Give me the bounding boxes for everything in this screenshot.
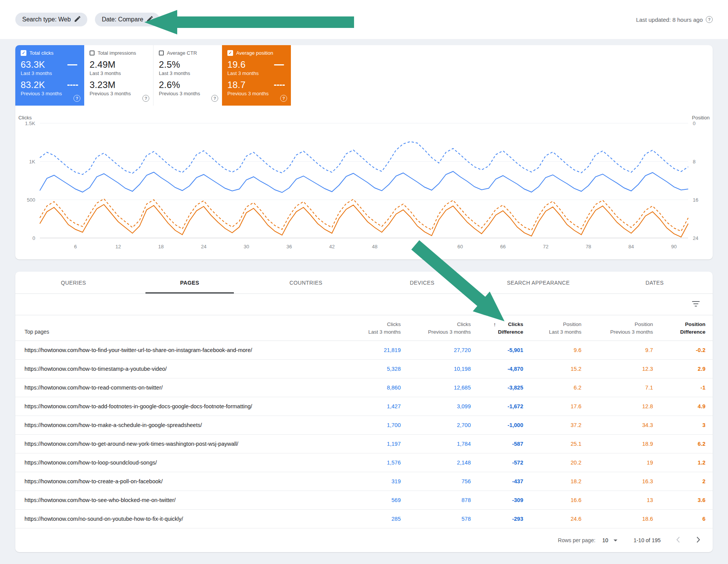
table-row[interactable]: https://howtonow.com/no-sound-on-youtube… [15,510,713,528]
position-previous: 12.3 [581,360,653,378]
checkbox-checked-icon[interactable]: ✓ [21,50,26,56]
column-header-position-previous[interactable]: Position Previous 3 months [581,315,653,341]
page-url[interactable]: https://howtonow.com/how-to-see-who-bloc… [15,491,331,510]
column-header-position-difference[interactable]: Position Difference [653,315,713,341]
metric-value-current: 63.3K [21,59,45,70]
position-previous: 18.6 [581,510,653,528]
card-average-position[interactable]: ✓ Average position 19.6 Last 3 months 18… [222,45,291,106]
card-total-clicks[interactable]: ✓ Total clicks 63.3K Last 3 months 83.2K… [15,45,84,106]
position-previous: 18.9 [581,435,653,453]
clicks-previous: 10,198 [401,360,471,378]
clicks-previous: 27,720 [401,341,471,360]
help-icon[interactable]: ? [142,95,149,102]
clicks-last: 5,328 [331,360,401,378]
metric-value-current: 2.49M [90,59,116,70]
position-previous: 13 [581,491,653,510]
page-url[interactable]: https://howtonow.com/how-to-loop-soundcl… [15,453,331,472]
page-url[interactable]: https://howtonow.com/how-to-find-your-tw… [15,341,331,360]
date-range-chip-label: Date: Compare [102,16,144,23]
card-average-ctr[interactable]: Average CTR 2.5% Last 3 months 2.6% Prev… [153,45,222,106]
line-chart: ClicksPosition1.5K01K8500160246121824303… [15,113,713,256]
metric-caption: Previous 3 months [90,91,148,96]
table-row[interactable]: https://howtonow.com/how-to-timestamp-a-… [15,360,713,378]
page-url[interactable]: https://howtonow.com/how-to-create-a-pol… [15,472,331,491]
date-range-chip[interactable]: Date: Compare [95,13,160,26]
position-difference: 1.2 [653,453,713,472]
metric-caption: Last 3 months [227,70,286,76]
help-icon[interactable]: ? [73,95,80,102]
page-url[interactable]: https://howtonow.com/how-to-read-comment… [15,378,331,397]
clicks-difference: -5,901 [471,341,523,360]
tab-countries[interactable]: COUNTRIES [248,272,364,293]
clicks-difference: -3,825 [471,378,523,397]
card-label: Average CTR [167,50,197,56]
axis-label: 90 [671,244,677,249]
next-page-icon[interactable] [695,535,702,546]
tab-search-appearance[interactable]: SEARCH APPEARANCE [480,272,597,293]
checkbox-unchecked-icon[interactable] [159,51,164,55]
pagination-range: 1-10 of 195 [633,537,661,543]
table-row[interactable]: https://howtonow.com/how-to-make-a-sched… [15,416,713,435]
table-row[interactable]: https://howtonow.com/how-to-add-footnote… [15,397,713,416]
performance-chart: ClicksPosition1.5K01K8500160246121824303… [15,113,713,256]
axis-label: 72 [543,244,548,249]
column-header-position-last[interactable]: Position Last 3 months [523,315,581,341]
table-toolbar [15,294,713,315]
clicks-difference: -437 [471,472,523,491]
clicks-last: 21,819 [331,341,401,360]
checkbox-checked-icon[interactable]: ✓ [227,50,233,56]
position-last: 24.6 [523,510,581,528]
position-last: 16.6 [523,491,581,510]
edit-pencil-icon [75,16,80,23]
clicks-difference: -572 [471,453,523,472]
page-url[interactable]: https://howtonow.com/how-to-timestamp-a-… [15,360,331,378]
tab-dates[interactable]: DATES [596,272,713,293]
card-label: Total impressions [98,50,136,56]
column-header-clicks-previous[interactable]: Clicks Previous 3 months [401,315,471,341]
table-row[interactable]: https://howtonow.com/how-to-get-around-n… [15,435,713,453]
card-total-impressions[interactable]: Total impressions 2.49M Last 3 months 3.… [84,45,153,106]
rows-per-page-label: Rows per page: [558,537,596,543]
help-icon[interactable]: ? [706,16,713,23]
table-row[interactable]: https://howtonow.com/how-to-create-a-pol… [15,472,713,491]
help-icon[interactable]: ? [211,95,218,102]
axis-label: 42 [329,244,335,249]
help-icon[interactable]: ? [280,95,287,102]
column-header-clicks-last[interactable]: Clicks Last 3 months [331,315,401,341]
clicks-previous: 2,700 [401,416,471,435]
filter-icon[interactable] [690,298,702,310]
page-url[interactable]: https://howtonow.com/how-to-add-footnote… [15,397,331,416]
top-pages-table: Top pages Clicks Last 3 months Clicks Pr… [15,315,713,528]
rows-per-page-select[interactable]: 10 [600,537,620,544]
column-header-clicks-difference[interactable]: ↑ Clicks Difference [471,315,523,341]
axis-label: 54 [415,244,420,249]
page-url[interactable]: https://howtonow.com/no-sound-on-youtube… [15,510,331,528]
metric-value-previous: 83.2K [21,80,45,90]
page-url[interactable]: https://howtonow.com/how-to-get-around-n… [15,435,331,453]
checkbox-unchecked-icon[interactable] [90,51,95,55]
table-row[interactable]: https://howtonow.com/how-to-find-your-tw… [15,341,713,360]
position-last: 20.2 [523,453,581,472]
table-row[interactable]: https://howtonow.com/how-to-loop-soundcl… [15,453,713,472]
previous-page-icon[interactable] [674,535,682,546]
axis-label: Position [692,115,710,121]
axis-label: 1.5K [25,121,35,126]
column-header-top-pages[interactable]: Top pages [15,315,331,341]
edit-pencil-icon [147,16,153,23]
tab-queries[interactable]: QUERIES [15,272,132,293]
tab-devices[interactable]: DEVICES [364,272,480,293]
metric-value-previous: 3.23M [90,80,116,90]
axis-label: 30 [244,244,249,249]
axis-label: 36 [286,244,292,249]
table-row[interactable]: https://howtonow.com/how-to-see-who-bloc… [15,491,713,510]
tab-pages[interactable]: PAGES [132,272,248,293]
position-last: 37.2 [523,416,581,435]
axis-label: 84 [628,244,634,249]
position-previous: 34.3 [581,416,653,435]
search-type-chip[interactable]: Search type: Web [15,13,87,26]
page-url[interactable]: https://howtonow.com/how-to-make-a-sched… [15,416,331,435]
axis-label: 12 [116,244,121,249]
table-row[interactable]: https://howtonow.com/how-to-read-comment… [15,378,713,397]
dashed-line-legend-icon [274,85,285,86]
clicks-difference: -293 [471,510,523,528]
